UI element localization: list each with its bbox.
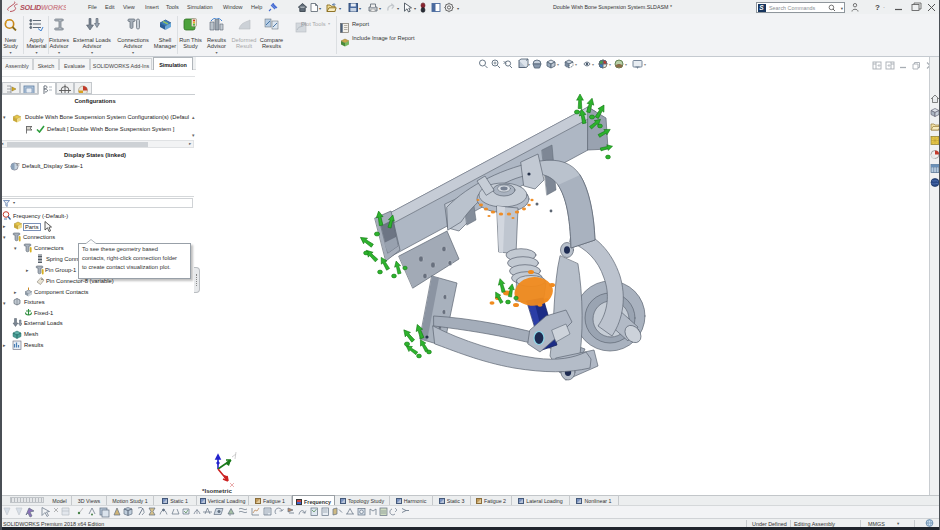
svg-text:▾: ▾ — [528, 62, 530, 67]
svg-text:▾: ▾ — [592, 62, 594, 67]
svg-text:·: · — [883, 4, 885, 10]
svg-text:▾: ▾ — [319, 6, 322, 11]
svg-text:▾: ▾ — [575, 62, 577, 67]
svg-text:▾: ▾ — [625, 62, 627, 67]
svg-text:▾: ▾ — [359, 6, 362, 11]
svg-text:▾: ▾ — [397, 6, 400, 11]
svg-text:▾: ▾ — [457, 6, 460, 11]
svg-text:▾: ▾ — [557, 62, 559, 67]
svg-text:▾: ▾ — [414, 6, 417, 11]
svg-text:▾: ▾ — [644, 62, 646, 67]
svg-text:?: ? — [875, 3, 880, 12]
svg-text:▾: ▾ — [339, 6, 342, 11]
svg-text:▾: ▾ — [379, 6, 382, 11]
svg-text:*Isometric: *Isometric — [202, 487, 232, 494]
svg-text:▾: ▾ — [609, 62, 611, 67]
